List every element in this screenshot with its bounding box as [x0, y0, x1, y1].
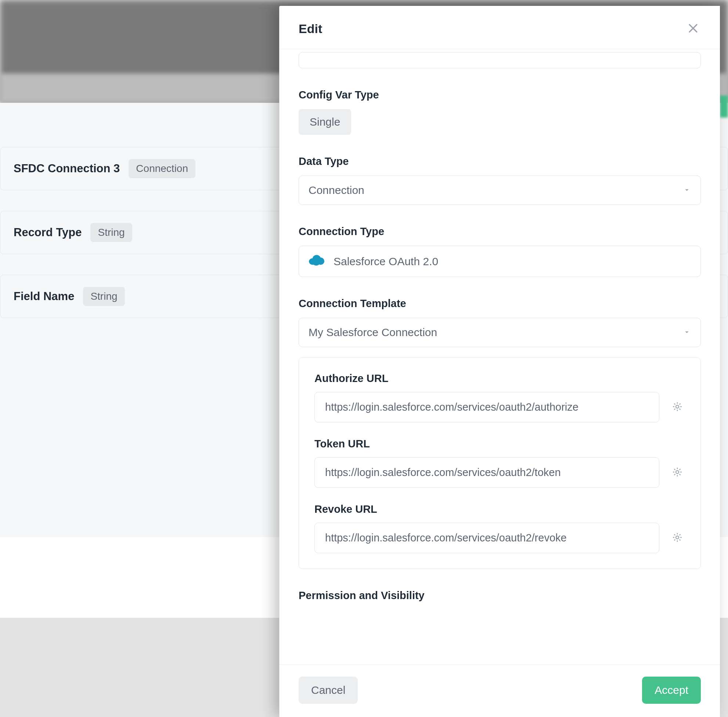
connection-template-label: Connection Template [299, 297, 701, 310]
token-url-input[interactable] [314, 457, 659, 488]
revoke-url-settings-button[interactable] [670, 530, 685, 546]
token-url-settings-button[interactable] [670, 464, 685, 481]
revoke-url-row: Revoke URL [314, 503, 685, 553]
accept-button[interactable]: Accept [642, 677, 701, 704]
revoke-url-label: Revoke URL [314, 503, 685, 515]
drawer-title: Edit [299, 22, 322, 36]
data-type-value: Connection [308, 184, 364, 197]
config-var-type-chip[interactable]: Single [299, 109, 351, 135]
type-badge: Connection [128, 159, 195, 178]
close-button[interactable] [685, 20, 702, 38]
gear-icon [672, 408, 683, 413]
connection-type-value: Salesforce OAuth 2.0 [334, 255, 438, 268]
drawer-footer: Cancel Accept [279, 665, 720, 717]
token-url-label: Token URL [314, 438, 685, 450]
top-partial-field[interactable] [299, 52, 701, 68]
type-badge: String [83, 287, 125, 306]
drawer-header: Edit [279, 6, 720, 49]
connection-template-select[interactable]: My Salesforce Connection [299, 318, 701, 347]
list-item-title: Field Name [14, 290, 74, 303]
gear-icon [672, 539, 683, 544]
data-type-label: Data Type [299, 156, 701, 168]
data-type-select[interactable]: Connection [299, 175, 701, 205]
caret-down-icon [683, 184, 691, 197]
salesforce-icon [308, 254, 325, 268]
authorize-url-input[interactable] [314, 392, 659, 423]
revoke-url-input[interactable] [314, 523, 659, 553]
list-item-title: Record Type [14, 226, 82, 239]
cancel-button[interactable]: Cancel [299, 677, 358, 704]
connection-type-label: Connection Type [299, 226, 701, 238]
bg-accent [720, 96, 728, 117]
svg-point-5 [313, 260, 320, 265]
svg-point-6 [676, 405, 679, 408]
svg-point-8 [676, 536, 679, 539]
type-badge: String [90, 223, 132, 242]
caret-down-icon [683, 326, 691, 339]
permission-visibility-heading: Permission and Visibility [299, 590, 701, 602]
drawer-body: Config Var Type Single Data Type Connect… [279, 49, 720, 665]
gear-icon [672, 473, 683, 479]
edit-drawer: Edit Config Var Type Single Data Type Co… [279, 6, 720, 717]
oauth-urls-group: Authorize URL Token URL [299, 357, 701, 569]
authorize-url-settings-button[interactable] [670, 399, 685, 415]
svg-point-7 [676, 471, 679, 473]
config-var-type-label: Config Var Type [299, 89, 701, 101]
close-icon [687, 30, 699, 36]
authorize-url-label: Authorize URL [314, 372, 685, 384]
token-url-row: Token URL [314, 438, 685, 488]
list-item-title: SFDC Connection 3 [14, 162, 120, 175]
authorize-url-row: Authorize URL [314, 372, 685, 423]
connection-type-field[interactable]: Salesforce OAuth 2.0 [299, 246, 701, 277]
connection-template-value: My Salesforce Connection [308, 326, 437, 339]
